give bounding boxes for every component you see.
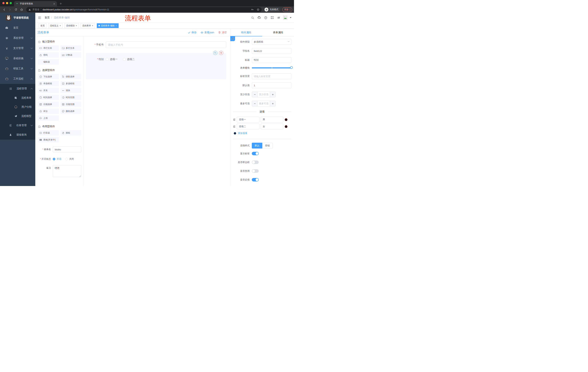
border-switch[interactable] (252, 160, 259, 164)
tag-close-icon[interactable] (92, 25, 93, 26)
address-bar[interactable]: 不安全 dashboard.yudao.iocoder.cn/bpm/manag… (26, 7, 262, 12)
drag-handle-icon[interactable] (233, 125, 236, 128)
sidebar-item-process-model[interactable]: 流程模型 (0, 112, 35, 121)
palette-item-time-picker[interactable]: 时间选择 (38, 95, 59, 100)
back-button[interactable] (2, 7, 7, 12)
help-icon[interactable] (264, 16, 268, 20)
tag-process-definition[interactable]: 流程定义 (48, 23, 63, 28)
bookmark-star-icon[interactable] (257, 8, 259, 11)
increase-button[interactable] (270, 92, 275, 97)
palette-item-date-range[interactable]: 日期范围 (60, 102, 82, 107)
window-close-button[interactable] (2, 2, 5, 4)
palette-item-upload[interactable]: 上传 (38, 115, 59, 121)
slider-handle[interactable] (290, 66, 293, 69)
form-name-input[interactable] (53, 147, 81, 152)
palette-item-time-range[interactable]: 时间范围 (60, 95, 82, 100)
browser-tab[interactable]: 芋道管理系统 (14, 1, 57, 6)
reload-button[interactable] (13, 7, 18, 12)
remove-option-icon[interactable] (284, 125, 288, 128)
show-label-switch[interactable] (252, 152, 259, 155)
palette-item-rate[interactable]: 评分 (38, 108, 59, 114)
github-icon[interactable] (257, 16, 261, 20)
sidebar-item-task-mgmt[interactable]: 任务管理 (0, 121, 35, 130)
avatar[interactable] (283, 16, 287, 20)
tag-process-form[interactable]: 流程表单 (81, 23, 95, 28)
sidebar-item-payment[interactable]: 支付管理 (0, 43, 35, 53)
palette-item-password[interactable]: 密码 (38, 52, 59, 58)
save-button[interactable]: 保存 (188, 31, 197, 34)
phone-input[interactable] (106, 42, 226, 48)
remark-textarea[interactable]: 嘿嘿 (53, 165, 81, 177)
default-value-input[interactable] (252, 83, 291, 88)
fullscreen-icon[interactable] (270, 16, 274, 20)
app-logo[interactable]: 芋道管理系统 (0, 13, 35, 23)
palette-item-radio-group[interactable]: 单选框组 (38, 81, 59, 86)
drag-handle-icon[interactable] (233, 118, 236, 121)
min-select-stepper[interactable]: 至少应选 (252, 92, 276, 97)
required-switch[interactable] (252, 178, 259, 181)
option1-value-input[interactable] (261, 117, 283, 122)
breadcrumb-home[interactable]: 首页 (45, 16, 50, 19)
sidebar-item-workflow[interactable]: 工作流程 (0, 74, 35, 84)
canvas-field-gender-selected[interactable]: 性别 选项一 选项二 (86, 53, 226, 79)
palette-item-checkbox-group[interactable]: 多选框组 (60, 81, 82, 86)
link-tag-button[interactable] (230, 36, 235, 41)
clear-button[interactable]: 清空 (218, 31, 227, 34)
sidebar-item-system[interactable]: 系统管理 (0, 33, 35, 43)
font-size-icon[interactable]: tT (277, 16, 281, 20)
status-off-radio[interactable]: 关闭 (65, 156, 74, 162)
palette-item-date-picker[interactable]: 日期选择 (38, 102, 59, 107)
window-zoom-button[interactable] (10, 2, 12, 4)
style-button-button[interactable]: 按钮 (262, 143, 273, 149)
palette-item-single-line-text[interactable]: 单行文本 (38, 45, 59, 51)
tag-process-form-edit[interactable]: 流程表单-编辑 (97, 23, 119, 28)
sidebar-toggle-icon[interactable] (38, 16, 41, 20)
palette-item-multi-line-text[interactable]: 多行文本 (60, 45, 82, 51)
decrease-button[interactable] (252, 92, 258, 97)
canvas-field-phone[interactable]: 手机号 (86, 42, 226, 48)
window-controls[interactable] (2, 2, 12, 4)
remove-option-icon[interactable] (284, 118, 288, 121)
password-key-icon[interactable] (251, 8, 254, 11)
palette-item-row-container[interactable]: 行容器 (38, 130, 59, 136)
forward-button[interactable] (8, 7, 12, 12)
label-width-input[interactable] (252, 73, 291, 79)
sidebar-item-process-form[interactable]: 流程表单 (0, 93, 35, 102)
form-canvas[interactable]: 手机号 性别 选项一 (83, 36, 230, 186)
field-name-input[interactable] (252, 48, 291, 54)
sidebar-item-leave-query[interactable]: 请假查询 (0, 130, 35, 139)
palette-item-slider[interactable]: 滑块 (60, 88, 82, 93)
gender-option2-checkbox[interactable]: 选项二 (123, 58, 135, 61)
tab-component-props[interactable]: 组件属性 (230, 29, 262, 36)
sidebar-item-process-mgmt[interactable]: 流程管理 (0, 84, 35, 93)
palette-item-select[interactable]: 下拉选择 (38, 74, 59, 79)
sidebar-item-infra[interactable]: 基础设施 (0, 53, 35, 64)
sidebar-item-user-group[interactable]: 用户分组 (0, 102, 35, 112)
increase-button[interactable] (270, 101, 275, 106)
tag-process-model[interactable]: 流程模型 (64, 23, 79, 28)
palette-item-button[interactable]: 按钮 (60, 130, 82, 136)
window-minimize-button[interactable] (6, 2, 8, 4)
duplicate-field-button[interactable] (213, 51, 217, 55)
search-icon[interactable] (251, 16, 254, 20)
form-grid-slider[interactable] (252, 67, 291, 68)
tab-close-icon[interactable] (53, 3, 55, 5)
palette-item-switch[interactable]: 开关 (38, 88, 59, 93)
option1-label-input[interactable] (237, 117, 259, 122)
add-option-button[interactable]: 添加选项 (234, 132, 291, 135)
sidebar-item-home[interactable]: 首页 (0, 23, 35, 33)
decrease-button[interactable] (252, 101, 258, 106)
browser-update-button[interactable]: 更新 (282, 7, 292, 12)
option2-label-input[interactable] (237, 124, 259, 129)
tag-close-icon[interactable] (116, 25, 117, 26)
view-json-button[interactable]: 查看json (200, 31, 214, 34)
disabled-switch[interactable] (252, 169, 259, 173)
option2-value-input[interactable] (261, 124, 283, 129)
tag-close-icon[interactable] (76, 25, 77, 26)
palette-item-counter[interactable]: 123计数器 (60, 52, 82, 58)
tag-home[interactable]: 首页 (39, 23, 46, 28)
home-button[interactable] (19, 7, 24, 12)
style-default-button[interactable]: 默认 (252, 143, 262, 149)
sidebar-item-devtools[interactable]: 研发工具 (0, 64, 35, 74)
palette-item-table[interactable]: 表格[开发中] (38, 137, 59, 142)
